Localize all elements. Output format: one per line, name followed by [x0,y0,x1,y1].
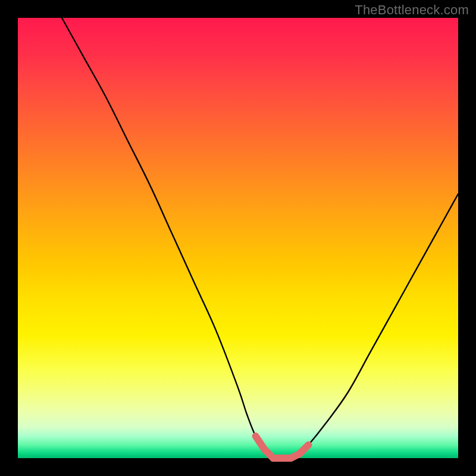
plot-area [18,18,458,458]
watermark-text: TheBottleneck.com [355,2,469,18]
curve-svg [18,18,458,458]
chart-frame: TheBottleneck.com [0,0,476,476]
bottleneck-curve [62,18,458,459]
optimal-range-marker [256,436,309,458]
